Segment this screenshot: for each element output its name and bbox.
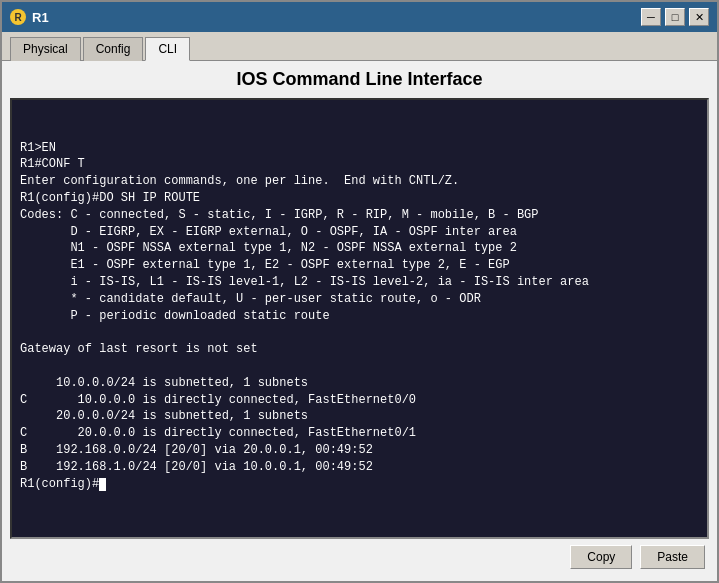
main-window: R R1 ─ □ ✕ Physical Config CLI IOS Comma… xyxy=(0,0,719,583)
tab-physical[interactable]: Physical xyxy=(10,37,81,61)
terminal-wrapper: R1>EN R1#CONF T Enter configuration comm… xyxy=(10,98,709,539)
restore-button[interactable]: □ xyxy=(665,8,685,26)
window-controls: ─ □ ✕ xyxy=(641,8,709,26)
copy-button[interactable]: Copy xyxy=(570,545,632,569)
minimize-button[interactable]: ─ xyxy=(641,8,661,26)
tab-bar: Physical Config CLI xyxy=(2,32,717,61)
main-content: IOS Command Line Interface R1>EN R1#CONF… xyxy=(2,61,717,581)
paste-button[interactable]: Paste xyxy=(640,545,705,569)
tab-cli[interactable]: CLI xyxy=(145,37,190,61)
button-bar: Copy Paste xyxy=(10,539,709,573)
close-button[interactable]: ✕ xyxy=(689,8,709,26)
panel-title: IOS Command Line Interface xyxy=(10,69,709,90)
tab-config[interactable]: Config xyxy=(83,37,144,61)
terminal-output[interactable]: R1>EN R1#CONF T Enter configuration comm… xyxy=(12,100,707,537)
window-title: R1 xyxy=(32,10,641,25)
title-bar: R R1 ─ □ ✕ xyxy=(2,2,717,32)
window-icon: R xyxy=(10,9,26,25)
